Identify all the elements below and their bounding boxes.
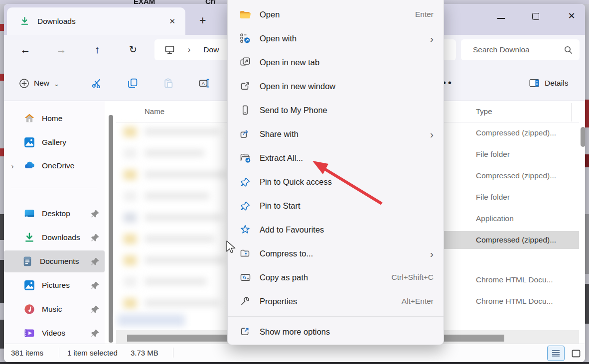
submenu-chevron-icon: › xyxy=(430,129,434,139)
gallery-icon xyxy=(24,137,35,148)
screen: EXAM Cr/ Downloads ✕ + ✕ ← → xyxy=(0,0,589,364)
menu-item-properties[interactable]: Properties Alt+Enter xyxy=(228,289,443,313)
background-fragment xyxy=(0,260,4,303)
minimize-button[interactable] xyxy=(493,13,508,19)
pin-icon xyxy=(91,329,100,338)
file-type-cell[interactable]: Chrome HTML Docu... xyxy=(476,275,581,286)
details-view-toggle[interactable] xyxy=(547,346,565,361)
desktop-icon xyxy=(24,208,35,219)
pin-icon xyxy=(91,257,100,266)
pin-icon xyxy=(91,281,100,290)
menu-item-open-in-new-tab[interactable]: Open in new tab xyxy=(228,50,443,74)
new-tab-button[interactable]: + xyxy=(199,14,206,27)
menu-item-label: Compress to... xyxy=(260,249,313,258)
menu-item-compress-to[interactable]: Compress to... › xyxy=(228,242,443,265)
forward-button[interactable]: → xyxy=(52,42,70,58)
see-more-button[interactable]: •• xyxy=(442,77,453,89)
file-type-cell[interactable]: Compressed (zipped)... xyxy=(476,128,581,139)
thumbnail-view-icon xyxy=(572,350,581,358)
toolbar-divider xyxy=(73,73,73,93)
back-button[interactable]: ← xyxy=(16,42,34,58)
copy-icon xyxy=(128,78,138,88)
maximize-button[interactable] xyxy=(528,12,543,20)
close-button[interactable]: ✕ xyxy=(564,10,579,21)
this-pc-icon xyxy=(164,45,175,55)
tab-close-button[interactable]: ✕ xyxy=(166,16,178,27)
menu-item-open[interactable]: Open Enter xyxy=(228,2,443,26)
sidebar-divider xyxy=(11,188,97,188)
menu-item-send-to-my-phone[interactable]: Send to My Phone xyxy=(228,98,443,122)
menu-item-copy-as-path[interactable]: Copy as path Ctrl+Shift+C xyxy=(228,265,443,289)
file-type-cell-selected[interactable]: Compressed (zipped)... xyxy=(476,236,581,246)
menu-item-label: Pin to Quick access xyxy=(260,177,332,187)
sidebar-scrollbar-thumb[interactable] xyxy=(109,115,113,343)
sidebar-item-label: Desktop xyxy=(42,209,91,218)
sidebar-item-music[interactable]: Music xyxy=(6,298,105,320)
new-plus-icon xyxy=(19,78,29,89)
paste-icon xyxy=(163,78,173,88)
background-fragment xyxy=(585,214,589,274)
file-type-cell[interactable]: File folder xyxy=(476,150,581,161)
background-text-fragment: Cr/ xyxy=(205,0,216,4)
breadcrumb-segment[interactable]: Dow xyxy=(203,45,219,54)
sidebar-item-desktop[interactable]: Desktop xyxy=(6,203,105,225)
search-box[interactable]: Search Downloa xyxy=(461,39,580,60)
menu-item-extract-all[interactable]: Extract All... xyxy=(228,146,443,170)
open-new-tab-icon xyxy=(239,57,252,68)
paste-button[interactable] xyxy=(157,72,179,94)
sidebar-item-videos[interactable]: Videos xyxy=(6,322,105,344)
sidebar-item-label: Videos xyxy=(42,329,91,338)
menu-item-pin-to-start[interactable]: Pin to Start xyxy=(228,194,443,218)
maximize-icon xyxy=(532,13,539,20)
search-placeholder: Search Downloa xyxy=(473,45,564,54)
thumbnail-view-toggle[interactable] xyxy=(569,347,584,360)
copy-button[interactable] xyxy=(122,72,144,94)
file-type-cell[interactable]: Compressed (zipped)... xyxy=(476,171,581,182)
sidebar-item-pictures[interactable]: Pictures xyxy=(6,274,105,296)
details-button-label: Details xyxy=(545,79,568,88)
column-header-type[interactable]: Type xyxy=(476,107,492,116)
column-header-name[interactable]: Name xyxy=(145,107,164,116)
details-button[interactable]: Details xyxy=(525,72,572,94)
sidebar-item-documents[interactable]: Documents xyxy=(4,250,105,272)
new-button[interactable]: New ⌄ xyxy=(14,73,64,93)
pin-icon xyxy=(91,233,100,242)
up-button[interactable]: ↑ xyxy=(88,42,106,58)
background-text-fragment: EXAM xyxy=(134,0,155,4)
submenu-chevron-icon: › xyxy=(430,248,434,259)
downloads-icon xyxy=(24,232,35,243)
cut-button[interactable] xyxy=(86,72,108,94)
menu-item-label: Extract All... xyxy=(260,153,303,163)
menu-item-label: Copy as path xyxy=(260,273,308,282)
menu-item-label: Properties xyxy=(260,297,297,306)
file-type-cell[interactable]: Application xyxy=(476,214,581,225)
menu-item-share-with[interactable]: Share with › xyxy=(228,122,443,146)
sidebar-item-label: Documents xyxy=(40,257,91,266)
menu-item-pin-to-quick-access[interactable]: Pin to Quick access xyxy=(228,170,443,194)
vertical-scrollbar-thumb[interactable] xyxy=(581,127,585,147)
menu-item-show-more-options[interactable]: Show more options xyxy=(228,320,443,344)
menu-item-open-with[interactable]: Open with › xyxy=(228,26,443,50)
rename-button[interactable]: A xyxy=(193,72,215,94)
sidebar-item-gallery[interactable]: Gallery xyxy=(6,131,105,153)
tab-title: Downloads xyxy=(37,17,166,26)
svg-text:A: A xyxy=(201,81,205,86)
expander-chevron-icon[interactable]: › xyxy=(6,162,19,170)
refresh-button[interactable]: ↻ xyxy=(124,42,142,58)
sidebar-item-onedrive[interactable]: › OneDrive xyxy=(6,155,105,177)
tab-downloads[interactable]: Downloads ✕ xyxy=(7,7,185,35)
sidebar-item-downloads[interactable]: Downloads xyxy=(6,227,105,248)
selection-size: 3.73 MB xyxy=(131,349,158,357)
background-fragment xyxy=(0,74,4,81)
menu-item-add-to-favourites[interactable]: Add to Favourites xyxy=(228,218,443,242)
menu-item-open-in-new-window[interactable]: Open in new window xyxy=(228,74,443,98)
column-divider[interactable] xyxy=(571,103,572,121)
file-type-cell[interactable]: Chrome HTML Docu... xyxy=(476,297,581,308)
sidebar-item-home[interactable]: Home xyxy=(6,108,105,129)
star-icon xyxy=(239,224,252,235)
menu-item-label: Add to Favourites xyxy=(260,225,324,235)
file-type-cell[interactable]: File folder xyxy=(476,193,581,204)
onedrive-icon xyxy=(24,160,35,171)
documents-icon xyxy=(22,256,33,267)
search-icon xyxy=(564,45,573,54)
